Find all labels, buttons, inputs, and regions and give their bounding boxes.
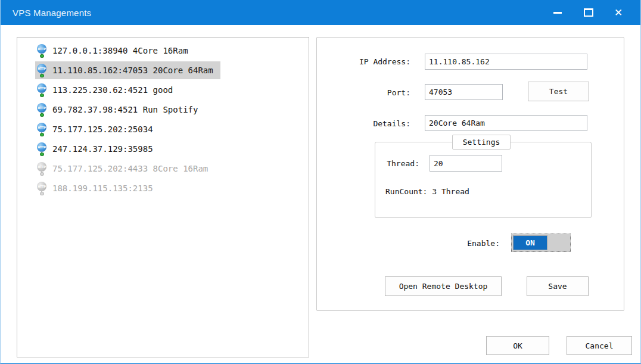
list-item-label: 127.0.0.1:38940 4Core 16Ram [52, 46, 188, 55]
list-item-label: 75.177.125.202:4433 8Core 16Ram [52, 164, 208, 173]
list-item-content: HTTP 11.110.85.162:47053 20Core 64Ram [35, 61, 220, 79]
list-item-label: 188.199.115.135:2135 [52, 183, 153, 193]
list-item[interactable]: HTTP 113.225.230.62:4521 good [17, 80, 309, 99]
globe-icon: HTTP [37, 182, 46, 191]
ip-address-input[interactable] [425, 54, 587, 70]
thread-label: Thread: [334, 159, 419, 168]
globe-icon: HTTP [37, 83, 46, 93]
http-server-icon: HTTP [36, 122, 47, 136]
list-item[interactable]: HTTP 75.177.125.202:25034 [17, 119, 309, 139]
list-item[interactable]: HTTP 69.782.37.98:4521 Run Spotify [17, 99, 309, 119]
port-input[interactable] [425, 84, 503, 100]
list-item[interactable]: HTTP 75.177.125.202:4433 8Core 16Ram [17, 158, 309, 178]
globe-icon: HTTP [37, 44, 46, 54]
enable-label: Enable: [412, 239, 500, 248]
titlebar[interactable]: VPS Managements [1, 0, 640, 25]
details-label: Details: [334, 119, 410, 128]
settings-groupbox [375, 142, 592, 218]
list-item-label: 113.225.230.62:4521 good [52, 85, 173, 95]
list-item[interactable]: HTTP 188.199.115.135:2135 [17, 178, 309, 198]
minimize-icon [553, 12, 562, 14]
window-title: VPS Managements [13, 8, 91, 18]
maximize-icon [584, 8, 593, 17]
list-item-content: HTTP 247.124.37.129:35985 [35, 140, 160, 158]
globe-icon: HTTP [37, 123, 46, 132]
ok-button[interactable]: OK [486, 336, 549, 355]
list-item[interactable]: HTTP 127.0.0.1:38940 4Core 16Ram [17, 41, 309, 60]
status-dot-icon [40, 192, 44, 195]
close-icon: ✕ [614, 8, 623, 18]
list-item-label: 247.124.37.129:35985 [52, 144, 153, 154]
list-item-content: HTTP 113.225.230.62:4521 good [35, 81, 180, 99]
port-label: Port: [334, 88, 410, 97]
http-server-icon: HTTP [36, 161, 47, 176]
enable-toggle[interactable]: ON [511, 234, 571, 252]
http-server-icon: HTTP [36, 63, 47, 77]
list-item[interactable]: HTTP 11.110.85.162:47053 20Core 64Ram [17, 60, 309, 80]
http-server-icon: HTTP [36, 43, 47, 58]
list-item-content: HTTP 188.199.115.135:2135 [35, 179, 160, 197]
thread-input[interactable] [430, 155, 502, 172]
status-dot-icon [40, 172, 44, 176]
minimize-button[interactable] [547, 0, 568, 25]
cancel-button[interactable]: Cancel [567, 336, 632, 355]
status-dot-icon [40, 74, 44, 77]
runcount-text: RunCount: 3 Thread [385, 187, 469, 196]
list-item-label: 75.177.125.202:25034 [52, 125, 153, 134]
globe-icon: HTTP [37, 64, 46, 73]
globe-icon: HTTP [37, 142, 46, 152]
status-dot-icon [40, 153, 44, 156]
status-dot-icon [40, 113, 44, 117]
save-button[interactable]: Save [527, 276, 589, 296]
http-server-icon: HTTP [36, 102, 47, 117]
list-item[interactable]: HTTP 247.124.37.129:35985 [17, 139, 309, 158]
vps-list: HTTP 127.0.0.1:38940 4Core 16Ram HTTP 11… [17, 37, 309, 357]
globe-icon: HTTP [37, 103, 46, 113]
list-item-content: HTTP 127.0.0.1:38940 4Core 16Ram [35, 42, 195, 60]
close-button[interactable]: ✕ [608, 0, 628, 25]
globe-icon: HTTP [37, 162, 46, 172]
http-server-icon: HTTP [36, 142, 47, 156]
list-item-content: HTTP 75.177.125.202:25034 [35, 120, 160, 138]
details-input[interactable] [425, 115, 587, 131]
status-dot-icon [40, 94, 44, 97]
http-server-icon: HTTP [36, 181, 47, 195]
list-item-content: HTTP 75.177.125.202:4433 8Core 16Ram [35, 160, 215, 178]
vps-managements-window: VPS Managements ✕ HTTP 127.0.0.1:38940 4… [0, 0, 641, 364]
toggle-on-segment: ON [513, 235, 547, 250]
test-button[interactable]: Test [528, 82, 589, 101]
ip-address-label: IP Address: [334, 57, 410, 66]
open-remote-desktop-button[interactable]: Open Remote Desktop [385, 276, 502, 296]
list-item-label: 11.110.85.162:47053 20Core 64Ram [52, 66, 213, 75]
status-dot-icon [40, 54, 44, 58]
list-item-content: HTTP 69.782.37.98:4521 Run Spotify [35, 101, 205, 119]
http-server-icon: HTTP [36, 83, 47, 97]
status-dot-icon [40, 133, 44, 136]
maximize-button[interactable] [578, 0, 599, 25]
settings-group-title: Settings [452, 135, 511, 150]
list-item-label: 69.782.37.98:4521 Run Spotify [52, 105, 198, 114]
